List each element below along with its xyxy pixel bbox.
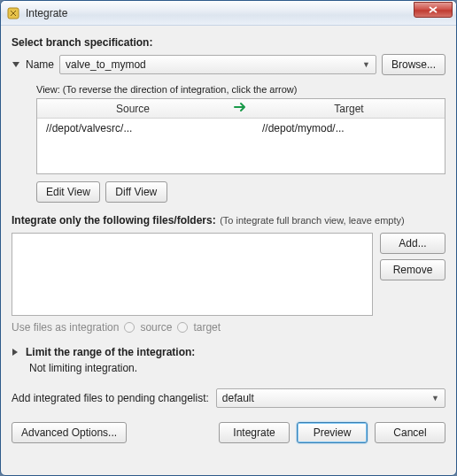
integrate-only-heading: Integrate only the following files/folde… [12, 214, 216, 226]
branch-name-value: valve_to_mymod [66, 58, 146, 71]
cancel-button[interactable]: Cancel [375, 422, 445, 443]
app-icon [6, 6, 20, 20]
use-files-row: Use files as integration source target [12, 321, 445, 334]
radio-target-label: target [193, 321, 221, 334]
branch-name-combo[interactable]: valve_to_mymod ▼ [59, 55, 376, 74]
col-target-header[interactable]: Target [253, 103, 445, 115]
branch-view-table: Source Target //depot/valvesrc/... //dep… [36, 98, 445, 174]
integrate-dialog: Integrate Select branch specification: N… [0, 0, 457, 476]
view-hint-label: View: (To reverse the direction of integ… [36, 84, 445, 95]
branch-expander-icon[interactable] [12, 57, 20, 73]
advanced-options-button[interactable]: Advanced Options... [12, 422, 127, 443]
changelist-combo[interactable]: default ▼ [216, 388, 445, 408]
client-area: Select branch specification: Name valve_… [1, 26, 456, 475]
changelist-label: Add integrated files to pending changeli… [12, 392, 209, 404]
remove-button[interactable]: Remove [380, 259, 445, 280]
preview-button[interactable]: Preview [297, 422, 368, 443]
add-button[interactable]: Add... [380, 233, 445, 254]
source-path: //depot/valvesrc/... [37, 119, 228, 173]
limit-expander-icon[interactable] [10, 348, 22, 357]
use-files-label: Use files as integration [12, 321, 119, 334]
table-header: Source Target [37, 99, 445, 119]
target-path: //depot/mymod/... [253, 119, 445, 173]
close-button[interactable] [414, 2, 453, 18]
browse-button[interactable]: Browse... [382, 54, 445, 75]
radio-target [177, 322, 188, 333]
titlebar: Integrate [1, 1, 456, 26]
chevron-down-icon: ▼ [431, 394, 439, 403]
col-source-header[interactable]: Source [37, 103, 228, 115]
radio-source-label: source [140, 321, 172, 334]
edit-view-button[interactable]: Edit View [36, 181, 100, 203]
table-row[interactable]: //depot/valvesrc/... //depot/mymod/... [37, 119, 445, 173]
files-listbox[interactable] [12, 233, 373, 316]
integrate-only-hint: (To integrate full branch view, leave em… [220, 215, 405, 226]
direction-arrow-icon[interactable] [228, 102, 253, 115]
chevron-down-icon: ▼ [362, 60, 370, 69]
window-title: Integrate [26, 7, 414, 19]
name-label: Name [26, 58, 54, 71]
limit-heading: Limit the range of the integration: [26, 346, 195, 358]
branch-spec-heading: Select branch specification: [12, 36, 445, 49]
integrate-button[interactable]: Integrate [219, 422, 290, 443]
limit-status: Not limiting integration. [29, 362, 445, 374]
changelist-value: default [222, 392, 254, 404]
diff-view-button[interactable]: Diff View [105, 181, 167, 203]
radio-source [124, 322, 135, 333]
